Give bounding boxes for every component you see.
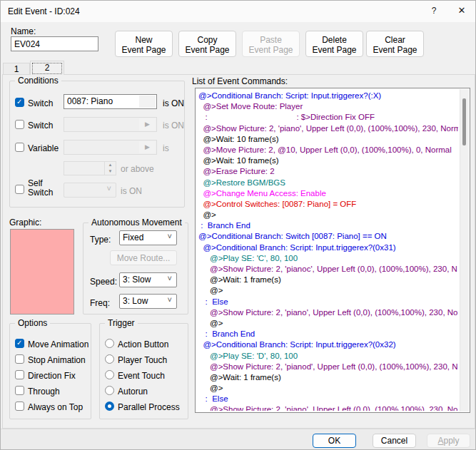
option-label: Always on Top <box>28 402 83 412</box>
type-combo[interactable]: Fixed ˅ <box>119 230 177 245</box>
button-label: Delete <box>310 35 358 45</box>
scrollbar-thumb[interactable] <box>462 98 466 145</box>
switch2-checkbox[interactable]: ✓ <box>15 120 24 129</box>
tab-label: 2 <box>45 63 50 73</box>
arrow-right-icon: ▶ <box>145 121 150 128</box>
command-line[interactable]: @>Play SE: 'C', 80, 100 <box>198 253 458 264</box>
group-title: Trigger <box>105 318 138 328</box>
switch2-suffix: is ON <box>163 121 184 131</box>
group-title: Autonomous Movement <box>88 218 185 227</box>
tab-page-1[interactable]: 1 <box>3 63 30 75</box>
command-line[interactable]: : Else <box>198 297 458 307</box>
dialog-footer: OK Cancel Apply <box>1 429 476 450</box>
command-line[interactable]: @> <box>198 285 458 296</box>
command-line[interactable]: @>Change Menu Access: Enable <box>198 188 458 199</box>
command-line[interactable]: @>Show Picture: 2, 'pianod', Upper Left … <box>198 362 458 372</box>
speed-combo[interactable]: 3: Slow ˅ <box>119 272 177 287</box>
button-label: Clear <box>371 35 419 45</box>
speed-label: Speed: <box>90 277 117 287</box>
command-line[interactable]: @> <box>198 318 458 329</box>
command-line[interactable]: @>Move Picture: 2, @10, Upper Left (0,0)… <box>198 145 458 155</box>
command-line[interactable]: : Else <box>198 394 458 404</box>
title-bar[interactable]: Edit Event - ID:024 ? ✕ <box>1 1 475 22</box>
command-line[interactable]: : Branch End <box>198 220 458 231</box>
command-line[interactable]: @>Control Switches: [0087: Piano] = OFF <box>198 199 458 210</box>
option-label: Move Animation <box>28 339 88 349</box>
trigger-label: Autorun <box>118 387 148 397</box>
paste-event-page-button: Paste Event Page <box>242 31 300 57</box>
delete-event-page-button[interactable]: Delete Event Page <box>305 31 363 57</box>
command-line[interactable]: @>Wait: 10 frame(s) <box>198 155 458 166</box>
command-line[interactable]: @>Show Picture: 2, 'piano', Upper Left (… <box>198 123 458 134</box>
name-label: Name: <box>11 26 36 36</box>
self-switch-combo: ˅ <box>64 183 116 198</box>
variable-checkbox[interactable]: ✓ <box>15 143 24 152</box>
command-line[interactable]: @> <box>198 210 458 220</box>
switch1-checkbox[interactable]: ✓ <box>15 98 24 107</box>
self-switch-checkbox[interactable]: ✓ <box>15 185 24 194</box>
tab-page-2[interactable]: 2 <box>30 61 64 75</box>
trigger-parallel-process-radio[interactable] <box>105 402 114 411</box>
command-line[interactable]: @> <box>198 383 458 394</box>
new-event-page-button[interactable]: New Event Page <box>115 31 173 57</box>
command-line[interactable]: @>Conditional Branch: Script: Input.trig… <box>198 242 458 253</box>
event-name-input[interactable] <box>11 36 98 51</box>
self-switch-label: Self Switch <box>28 179 54 198</box>
close-icon[interactable]: ✕ <box>453 5 470 16</box>
self-switch-suffix: is ON <box>121 186 142 196</box>
ok-button[interactable]: OK <box>313 434 356 448</box>
command-line[interactable]: @>Restore BGM/BGS <box>198 178 458 188</box>
command-line[interactable]: @>Set Move Route: Player <box>198 101 458 112</box>
button-label: Event Page <box>120 45 168 55</box>
command-line[interactable]: @>Conditional Branch: Script: Input.trig… <box>198 339 458 350</box>
switch1-suffix: is ON <box>163 98 184 108</box>
clear-event-page-button[interactable]: Clear Event Page <box>366 31 424 57</box>
command-line[interactable]: @>Show Picture: 2, 'pianoc', Upper Left … <box>198 264 458 275</box>
option-move-animation-checkbox[interactable]: ✓ <box>15 339 24 348</box>
type-value: Fixed <box>123 232 143 242</box>
copy-event-page-button[interactable]: Copy Event Page <box>178 31 236 57</box>
option-stop-animation-checkbox[interactable]: ✓ <box>15 354 24 364</box>
option-label: Through <box>28 387 60 397</box>
command-line[interactable]: @>Show Picture: 2, 'piano', Upper Left (… <box>198 404 458 411</box>
spinner-buttons: ▲ ▼ <box>104 162 116 175</box>
group-title: Options <box>15 318 50 328</box>
command-line[interactable]: @>Wait: 1 frame(s) <box>198 275 458 285</box>
trigger-label: Parallel Process <box>118 402 180 412</box>
command-line[interactable]: @>Conditional Branch: Switch [0087: Pian… <box>198 231 458 242</box>
option-direction-fix-checkbox[interactable]: ✓ <box>15 370 24 379</box>
command-line[interactable]: @>Play SE: 'D', 80, 100 <box>198 351 458 362</box>
move-route-button: Move Route... <box>110 250 177 265</box>
option-through-checkbox[interactable]: ✓ <box>15 386 24 395</box>
trigger-autorun-radio[interactable] <box>105 386 114 395</box>
command-line[interactable]: : Branch End <box>198 329 458 339</box>
scrollbar-track[interactable] <box>460 89 469 411</box>
switch1-picker-button[interactable] <box>139 96 156 108</box>
button-label: Event Page <box>310 45 358 55</box>
button-label: Paste <box>247 35 295 45</box>
command-line[interactable]: @>Conditional Branch: Script: Input.trig… <box>198 91 458 101</box>
edit-event-dialog: Edit Event - ID:024 ? ✕ Name: New Event … <box>0 0 476 450</box>
command-line[interactable]: : : $>Direction Fix OFF <box>198 112 458 123</box>
cancel-button[interactable]: Cancel <box>373 434 416 448</box>
switch1-field[interactable]: 0087: Piano <box>64 94 157 109</box>
button-label: Copy <box>183 35 231 45</box>
command-line[interactable]: @>Show Picture: 2, 'piano', Upper Left (… <box>198 307 458 318</box>
trigger-action-button-radio[interactable] <box>105 339 114 348</box>
graphic-preview[interactable] <box>10 229 74 315</box>
apply-button: Apply <box>427 434 470 448</box>
option-always-on-top-checkbox[interactable]: ✓ <box>15 402 24 411</box>
button-label: New <box>120 35 168 45</box>
command-list[interactable]: @>Conditional Branch: Script: Input.trig… <box>195 88 470 413</box>
variable-suffix: is <box>163 143 169 153</box>
freq-combo[interactable]: 3: Low ˅ <box>119 294 177 309</box>
trigger-player-touch-radio[interactable] <box>105 354 114 364</box>
option-label: Direction Fix <box>28 371 76 381</box>
help-icon[interactable]: ? <box>426 6 442 16</box>
command-line[interactable]: @>Wait: 1 frame(s) <box>198 372 458 383</box>
trigger-label: Action Button <box>118 339 168 349</box>
button-label: Event Page <box>371 45 419 55</box>
command-line[interactable]: @>Wait: 10 frame(s) <box>198 134 458 145</box>
trigger-event-touch-radio[interactable] <box>105 370 114 379</box>
command-line[interactable]: @>Erase Picture: 2 <box>198 166 458 177</box>
